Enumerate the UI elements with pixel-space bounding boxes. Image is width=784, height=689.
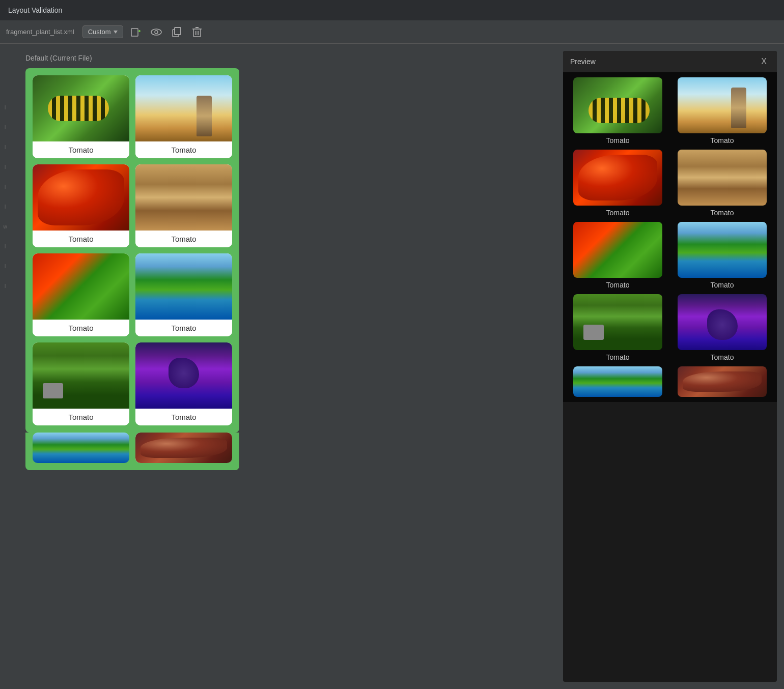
preview-card[interactable]: Tomato	[568, 77, 667, 145]
eye-icon	[151, 27, 162, 37]
preview-card-label: Tomato	[711, 209, 734, 217]
main-content: l l l l l l w l l l Default (Current Fil…	[0, 44, 784, 689]
duplicate-icon	[172, 27, 182, 37]
default-panel: Default (Current File) Tomato Tomato Tom…	[10, 44, 563, 689]
sidebar-line: l	[0, 204, 10, 210]
plant-card-label: Tomato	[33, 320, 129, 336]
chevron-down-icon	[114, 31, 118, 34]
sidebar-line: l	[0, 264, 10, 269]
plant-card[interactable]: Tomato	[33, 342, 129, 425]
preview-card-image	[678, 294, 767, 350]
preview-card-label: Tomato	[711, 353, 734, 361]
preview-card-image	[573, 77, 662, 133]
app-title: Layout Validation	[8, 6, 62, 14]
plant-card-image	[33, 75, 129, 141]
preview-partial-card[interactable]	[673, 366, 772, 397]
preview-panel: Preview X Tomato Tomato Tomato Tomato	[563, 51, 777, 682]
preview-close-button[interactable]: X	[758, 56, 770, 67]
left-sidebar: l l l l l l w l l l	[0, 44, 10, 689]
preview-partial-image	[678, 366, 767, 397]
partial-plant-card[interactable]	[33, 433, 129, 463]
delete-button[interactable]	[189, 25, 205, 39]
plant-card-label: Tomato	[33, 141, 129, 158]
svg-rect-6	[175, 27, 181, 35]
add-layout-icon	[130, 27, 141, 37]
plant-card-image	[135, 164, 232, 231]
partial-row-container	[25, 433, 239, 470]
preview-partial-image	[573, 366, 662, 397]
preview-partial-card[interactable]	[568, 366, 667, 397]
plant-card[interactable]: Tomato	[135, 253, 232, 336]
preview-title: Preview	[570, 58, 596, 66]
partial-plant-card[interactable]	[135, 433, 232, 463]
sidebar-line: l	[0, 145, 10, 150]
svg-point-4	[155, 31, 158, 34]
preview-card[interactable]: Tomato	[673, 294, 772, 361]
preview-card-image	[678, 77, 767, 133]
partial-card-image	[33, 433, 129, 463]
plant-card[interactable]: Tomato	[33, 164, 129, 247]
plant-grid-container: Tomato Tomato Tomato Tomato Tomato	[25, 68, 239, 433]
plant-card-label: Tomato	[135, 320, 232, 336]
preview-card-label: Tomato	[711, 281, 734, 289]
sidebar-line: l	[0, 125, 10, 130]
preview-card-image	[573, 222, 662, 278]
preview-button[interactable]	[148, 25, 165, 39]
sidebar-line: w	[0, 224, 10, 229]
plant-card[interactable]: Tomato	[135, 75, 232, 158]
toolbar: fragment_plant_list.xml Custom	[0, 20, 784, 44]
plant-card-label: Tomato	[33, 231, 129, 247]
plant-card[interactable]: Tomato	[33, 253, 129, 336]
preview-card[interactable]: Tomato	[568, 222, 667, 289]
plant-card-image	[33, 342, 129, 409]
filename-label: fragment_plant_list.xml	[6, 28, 74, 36]
svg-point-3	[151, 29, 161, 35]
default-panel-title: Default (Current File)	[25, 54, 553, 62]
plant-card-image	[135, 75, 232, 141]
sidebar-line: l	[0, 184, 10, 190]
plant-card-image	[135, 342, 232, 409]
plant-card-image	[135, 253, 232, 320]
plant-card-label: Tomato	[135, 231, 232, 247]
preview-card[interactable]: Tomato	[673, 222, 772, 289]
preview-card-image	[678, 222, 767, 278]
preview-card[interactable]: Tomato	[568, 294, 667, 361]
plant-card-image	[33, 253, 129, 320]
preview-card-label: Tomato	[606, 209, 630, 217]
sidebar-line: l	[0, 105, 10, 110]
plant-card-label: Tomato	[33, 409, 129, 425]
sidebar-line: l	[0, 283, 10, 289]
plant-card[interactable]: Tomato	[135, 164, 232, 247]
preview-card-label: Tomato	[606, 353, 630, 361]
title-bar: Layout Validation	[0, 0, 784, 20]
partial-card-image	[135, 433, 232, 463]
plant-card-label: Tomato	[135, 141, 232, 158]
preview-card-label: Tomato	[606, 281, 630, 289]
plant-card[interactable]: Tomato	[33, 75, 129, 158]
sidebar-line: l	[0, 244, 10, 249]
preview-card-label: Tomato	[711, 136, 734, 145]
svg-rect-0	[131, 28, 138, 36]
preview-grid: Tomato Tomato Tomato Tomato Tomato	[563, 72, 777, 366]
trash-icon	[192, 27, 202, 37]
plant-card-image	[33, 164, 129, 231]
custom-label: Custom	[88, 28, 111, 36]
preview-card-image	[573, 150, 662, 206]
custom-dropdown-button[interactable]: Custom	[82, 25, 124, 38]
preview-partial-row	[563, 366, 777, 402]
plant-card[interactable]: Tomato	[135, 342, 232, 425]
preview-card[interactable]: Tomato	[673, 150, 772, 217]
add-layout-button[interactable]	[127, 25, 144, 39]
preview-header: Preview X	[563, 51, 777, 72]
preview-card[interactable]: Tomato	[568, 150, 667, 217]
preview-card-image	[678, 150, 767, 206]
plant-card-label: Tomato	[135, 409, 232, 425]
preview-card-label: Tomato	[606, 136, 630, 145]
duplicate-button[interactable]	[169, 25, 185, 39]
preview-card[interactable]: Tomato	[673, 77, 772, 145]
sidebar-line: l	[0, 164, 10, 170]
preview-card-image	[573, 294, 662, 350]
